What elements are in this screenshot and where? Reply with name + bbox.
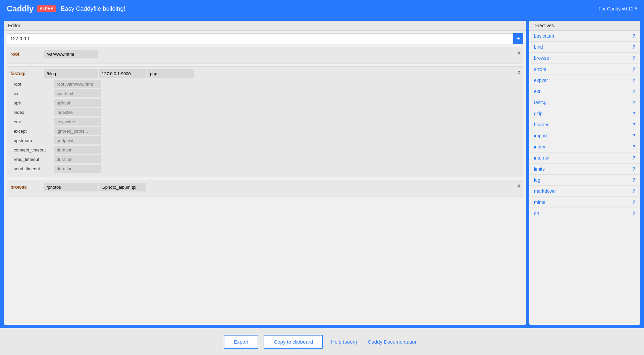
directive-item-basicauth[interactable]: basicauth? bbox=[529, 31, 640, 42]
top-bar: Caddly ALPHA Easy Caddyfile building! Fo… bbox=[0, 0, 644, 17]
close-fastcgi-button[interactable]: x bbox=[518, 69, 520, 75]
directive-item-internal[interactable]: internal? bbox=[529, 152, 640, 164]
close-browse-button[interactable]: x bbox=[518, 183, 520, 189]
nested-row-ext: ext bbox=[10, 89, 520, 97]
directive-item-header[interactable]: header? bbox=[529, 119, 640, 130]
close-root-button[interactable]: x bbox=[518, 50, 520, 56]
directive-name-fastcgi: fastcgi bbox=[10, 71, 44, 76]
nested-env-input[interactable] bbox=[54, 118, 101, 126]
nested-index-input[interactable] bbox=[54, 108, 101, 116]
footer: Export Copy to clipboard Help (soon) Cad… bbox=[0, 328, 644, 355]
nested-except-input[interactable] bbox=[54, 127, 101, 135]
directive-item-label-fastcgi: fastcgi bbox=[534, 100, 547, 105]
directive-help-gzip[interactable]: ? bbox=[632, 111, 635, 116]
directive-item-browse[interactable]: browse? bbox=[529, 53, 640, 64]
directive-item-label-basicauth: basicauth bbox=[534, 33, 554, 39]
nested-row-except: except bbox=[10, 127, 520, 135]
directive-block-fastcgi: fastcgi x root ext split bbox=[7, 66, 523, 177]
directive-help-expvar[interactable]: ? bbox=[632, 78, 635, 83]
directive-item-gzip[interactable]: gzip? bbox=[529, 108, 640, 119]
fastcgi-path-input[interactable] bbox=[44, 69, 98, 78]
nested-ext-input[interactable] bbox=[54, 89, 101, 97]
directive-item-import[interactable]: import? bbox=[529, 130, 640, 141]
directive-help-import[interactable]: ? bbox=[632, 133, 635, 138]
nested-read-timeout-input[interactable] bbox=[54, 155, 101, 163]
version-info: For Caddy v0.11.5 bbox=[599, 6, 637, 11]
fastcgi-address-input[interactable] bbox=[99, 69, 146, 78]
export-button[interactable]: Export bbox=[224, 335, 258, 349]
directive-item-label-browse: browse bbox=[534, 55, 549, 61]
nested-name-ext: ext bbox=[14, 91, 54, 96]
nested-row-root: root bbox=[10, 80, 520, 88]
directive-item-ext[interactable]: ext? bbox=[529, 86, 640, 97]
directive-item-index[interactable]: index? bbox=[529, 141, 640, 152]
directive-item-fastcgi[interactable]: fastcgi? bbox=[529, 97, 640, 108]
directive-help-browse[interactable]: ? bbox=[632, 55, 635, 61]
nested-row-upstream: upstream bbox=[10, 136, 520, 144]
directives-panel: Directives basicauth?bind?browse?errors?… bbox=[529, 21, 640, 325]
nested-upstream-input[interactable] bbox=[54, 136, 101, 144]
logo: Caddly bbox=[7, 4, 34, 13]
nested-row-env: env bbox=[10, 118, 520, 126]
directive-help-limits[interactable]: ? bbox=[632, 166, 635, 172]
directive-item-label-bind: bind bbox=[534, 44, 543, 50]
directive-item-label-import: import bbox=[534, 133, 547, 138]
directive-block-root: root x bbox=[7, 47, 523, 63]
directive-help-basicauth[interactable]: ? bbox=[632, 33, 635, 39]
directive-item-label-gzip: gzip bbox=[534, 111, 543, 116]
directive-help-bind[interactable]: ? bbox=[632, 44, 635, 50]
directive-item-label-log: log bbox=[534, 177, 540, 183]
nested-name-index: index bbox=[14, 110, 54, 115]
add-directive-button[interactable]: + bbox=[513, 33, 523, 44]
root-path-input[interactable] bbox=[44, 50, 98, 58]
nested-name-upstream: upstream bbox=[14, 138, 54, 143]
nested-row-read-timeout: read_timeout bbox=[10, 155, 520, 163]
directive-item-log[interactable]: log? bbox=[529, 175, 640, 186]
directive-header-browse: browse bbox=[10, 183, 520, 191]
browse-path-input[interactable] bbox=[44, 183, 98, 191]
nested-split-input[interactable] bbox=[54, 99, 101, 107]
directive-item-label-index: index bbox=[534, 144, 545, 149]
nested-name-split: split bbox=[14, 100, 54, 105]
directive-item-label-header: header bbox=[534, 122, 549, 127]
alpha-badge: ALPHA bbox=[37, 5, 56, 12]
directive-help-on[interactable]: ? bbox=[632, 211, 635, 216]
directive-help-ext[interactable]: ? bbox=[632, 89, 635, 94]
fastcgi-type-input[interactable] bbox=[147, 69, 194, 78]
help-link[interactable]: Help (soon) bbox=[328, 336, 360, 348]
copy-to-clipboard-button[interactable]: Copy to clipboard bbox=[264, 335, 323, 349]
directive-name-browse: browse bbox=[10, 184, 44, 190]
caddy-docs-link[interactable]: Caddy Documentation bbox=[365, 336, 420, 348]
editor-panel: Editor + root x fastcgi bbox=[4, 21, 526, 325]
directive-help-internal[interactable]: ? bbox=[632, 155, 635, 161]
directive-item-errors[interactable]: errors? bbox=[529, 64, 640, 75]
nested-send-timeout-input[interactable] bbox=[54, 165, 101, 173]
nested-name-send-timeout: send_timeout bbox=[14, 166, 54, 171]
directive-item-limits[interactable]: limits? bbox=[529, 164, 640, 175]
directive-help-mime[interactable]: ? bbox=[632, 199, 635, 205]
host-input[interactable] bbox=[7, 33, 513, 44]
directive-item-label-errors: errors bbox=[534, 66, 546, 72]
directive-item-expvar[interactable]: expvar? bbox=[529, 75, 640, 86]
directive-help-fastcgi[interactable]: ? bbox=[632, 100, 635, 105]
nested-root-input[interactable] bbox=[54, 80, 101, 88]
nested-name-root: root bbox=[14, 82, 54, 87]
directive-item-mime[interactable]: mime? bbox=[529, 197, 640, 208]
directive-item-label-internal: internal bbox=[534, 155, 549, 161]
directives-list: basicauth?bind?browse?errors?expvar?ext?… bbox=[529, 31, 640, 325]
nested-connect-timeout-input[interactable] bbox=[54, 146, 101, 154]
nested-name-except: except bbox=[14, 129, 54, 134]
directive-item-markdown[interactable]: markdown? bbox=[529, 186, 640, 197]
directive-help-markdown[interactable]: ? bbox=[632, 188, 635, 194]
directive-item-label-mime: mime bbox=[534, 199, 545, 205]
directive-help-index[interactable]: ? bbox=[632, 144, 635, 149]
directive-item-bind[interactable]: bind? bbox=[529, 42, 640, 53]
directive-help-header[interactable]: ? bbox=[632, 122, 635, 127]
directives-title: Directives bbox=[529, 21, 640, 31]
directive-help-log[interactable]: ? bbox=[632, 177, 635, 183]
browse-template-input[interactable] bbox=[99, 183, 146, 191]
directive-name-root: root bbox=[10, 51, 44, 57]
directive-help-errors[interactable]: ? bbox=[632, 66, 635, 72]
directive-item-on[interactable]: on? bbox=[529, 208, 640, 219]
directive-header-root: root bbox=[10, 50, 520, 58]
